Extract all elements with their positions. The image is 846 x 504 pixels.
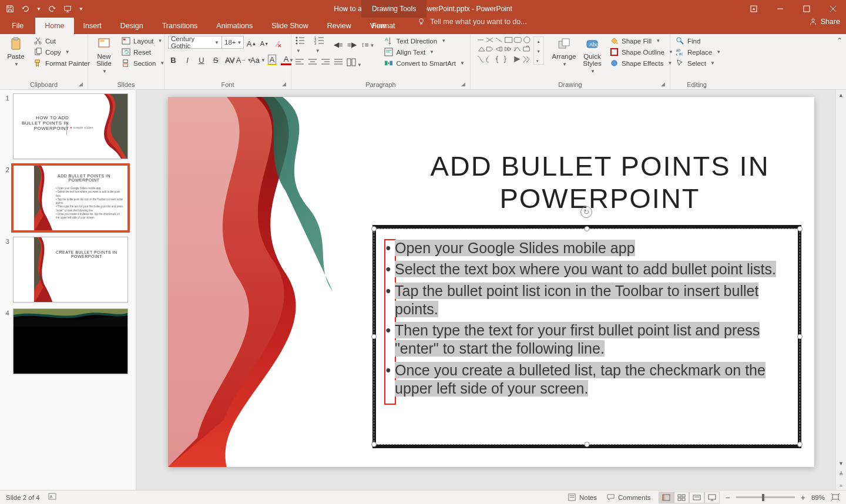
numbering-button[interactable]: 123▼ xyxy=(314,36,329,53)
slide-sorter-button[interactable] xyxy=(674,492,689,503)
undo-icon[interactable] xyxy=(21,5,29,13)
resize-handle[interactable] xyxy=(797,334,803,340)
change-case-button[interactable]: Aa▼ xyxy=(253,55,263,65)
resize-handle[interactable] xyxy=(585,226,590,231)
font-size-combo[interactable]: 18+▼ xyxy=(221,36,244,49)
scroll-up-icon[interactable]: ▲ xyxy=(836,90,846,100)
shadow-button[interactable]: AV xyxy=(224,55,235,65)
zoom-slider[interactable] xyxy=(736,496,795,498)
ribbon-display-options-icon[interactable] xyxy=(740,0,767,18)
new-slide-button[interactable]: New Slide▼ xyxy=(92,36,116,75)
drawing-dialog-launcher[interactable]: ◢ xyxy=(661,81,665,87)
slide-thumbnail-2[interactable]: ADD BULLET POINTS IN POWERPOINT • Open y… xyxy=(13,165,128,231)
tab-transitions[interactable]: Transitions xyxy=(153,18,207,34)
spell-check-icon[interactable] xyxy=(48,493,58,502)
tab-insert[interactable]: Insert xyxy=(74,18,111,34)
align-right-icon[interactable] xyxy=(321,58,330,68)
increase-indent-icon[interactable]: ≡▶ xyxy=(347,41,357,49)
section-button[interactable]: Section▼ xyxy=(120,58,166,68)
strike-button[interactable]: S xyxy=(210,55,221,65)
paste-button[interactable]: Paste▼ xyxy=(4,36,28,68)
shape-effects-button[interactable]: Shape Effects▼ xyxy=(608,58,675,68)
font-highlight-button[interactable]: A xyxy=(267,55,277,65)
tab-review[interactable]: Review xyxy=(318,18,361,34)
slide-counter[interactable]: Slide 2 of 4 xyxy=(6,494,40,501)
char-spacing-button[interactable]: A↔▼ xyxy=(239,55,249,65)
share-button[interactable]: Share xyxy=(809,18,840,26)
minimize-button[interactable] xyxy=(767,0,793,18)
zoom-out-button[interactable]: − xyxy=(726,493,730,502)
notes-button[interactable]: Notes xyxy=(566,492,599,502)
italic-button[interactable]: I xyxy=(182,55,193,65)
decrease-indent-icon[interactable]: ◀≡ xyxy=(334,41,343,49)
convert-smartart-button[interactable]: Convert to SmartArt▼ xyxy=(382,58,466,68)
replace-button[interactable]: abacReplace▼ xyxy=(674,47,723,57)
tab-animations[interactable]: Animations xyxy=(207,18,262,34)
comments-button[interactable]: Comments xyxy=(605,492,653,502)
normal-view-button[interactable] xyxy=(659,492,674,503)
zoom-level[interactable]: 89% xyxy=(811,494,825,501)
underline-button[interactable]: U xyxy=(196,55,207,65)
start-slideshow-icon[interactable] xyxy=(63,5,72,13)
resize-handle[interactable] xyxy=(797,226,803,231)
align-center-icon[interactable] xyxy=(308,58,317,68)
align-left-icon[interactable] xyxy=(295,58,304,68)
align-text-button[interactable]: Align Text▼ xyxy=(382,47,466,57)
find-button[interactable]: Find xyxy=(674,36,723,46)
bullets-button[interactable]: ▼ xyxy=(295,36,310,53)
tell-me-input[interactable] xyxy=(430,18,548,26)
tab-file[interactable]: File xyxy=(0,18,35,34)
next-slide-icon[interactable]: ⩡ xyxy=(836,479,846,490)
line-spacing-icon[interactable]: ↕≡▼ xyxy=(361,41,374,48)
zoom-in-button[interactable]: + xyxy=(801,493,805,502)
content-text-box[interactable]: •Open your Google Slides mobile app •Sel… xyxy=(372,225,801,448)
resize-handle[interactable] xyxy=(797,442,803,447)
arrange-button[interactable]: Arrange▼ xyxy=(552,36,576,68)
bold-button[interactable]: B xyxy=(168,55,179,65)
tell-me-search[interactable] xyxy=(417,18,548,26)
font-name-combo[interactable]: Century Gothic▼ xyxy=(168,36,222,49)
font-color-button[interactable]: A▼ xyxy=(281,55,291,65)
shape-outline-button[interactable]: Shape Outline▼ xyxy=(608,47,675,57)
slide-thumbnail-1[interactable]: HOW TO ADD BULLET POINTS IN POWERPOINT ●… xyxy=(13,93,128,159)
resize-handle[interactable] xyxy=(371,334,377,340)
shape-gallery[interactable]: {} ▲▼▾ xyxy=(474,36,548,68)
resize-handle[interactable] xyxy=(371,442,377,447)
paragraph-dialog-launcher[interactable]: ◢ xyxy=(461,81,465,87)
quick-styles-button[interactable]: Abc Quick Styles▼ xyxy=(580,36,605,75)
rotation-handle[interactable] xyxy=(580,206,592,218)
slide-title-text[interactable]: ADD BULLET POINTS IN POWERPOINT xyxy=(421,150,779,214)
prev-slide-icon[interactable]: ≜ xyxy=(836,469,846,479)
layout-button[interactable]: Layout▼ xyxy=(120,36,166,46)
qat-customize-icon[interactable]: ▼ xyxy=(79,6,83,12)
tab-slide-show[interactable]: Slide Show xyxy=(262,18,318,34)
cut-button[interactable]: Cut xyxy=(32,36,92,46)
redo-icon[interactable] xyxy=(48,5,56,13)
tab-format[interactable]: Format xyxy=(361,18,406,34)
columns-icon[interactable]: ▼ xyxy=(347,58,362,68)
fit-to-window-button[interactable] xyxy=(831,493,840,502)
justify-icon[interactable] xyxy=(334,58,343,68)
slide-thumbnail-3[interactable]: CREATE BULLET POINTS IN POWERPOINT xyxy=(13,237,128,303)
reading-view-button[interactable] xyxy=(689,492,704,503)
slide-canvas-area[interactable]: ADD BULLET POINTS IN POWERPOINT •Open xyxy=(136,90,846,490)
resize-handle[interactable] xyxy=(371,226,377,231)
increase-font-icon[interactable]: A▲ xyxy=(246,38,257,49)
text-direction-button[interactable]: AText Direction▼ xyxy=(382,36,466,46)
maximize-button[interactable] xyxy=(793,0,820,18)
shape-fill-button[interactable]: Shape Fill▼ xyxy=(608,36,675,46)
font-dialog-launcher[interactable]: ◢ xyxy=(282,81,286,87)
reset-button[interactable]: Reset xyxy=(120,47,166,57)
bullet-list[interactable]: •Open your Google Slides mobile app •Sel… xyxy=(382,239,792,401)
save-icon[interactable] xyxy=(6,5,14,13)
clipboard-dialog-launcher[interactable]: ◢ xyxy=(79,81,83,87)
collapse-ribbon-icon[interactable]: ⌃ xyxy=(837,36,842,45)
undo-dropdown-icon[interactable]: ▼ xyxy=(36,6,41,12)
tab-home[interactable]: Home xyxy=(35,18,73,34)
resize-handle[interactable] xyxy=(585,442,590,447)
close-button[interactable] xyxy=(820,0,846,18)
select-button[interactable]: Select▼ xyxy=(674,58,723,68)
tab-design[interactable]: Design xyxy=(111,18,153,34)
decrease-font-icon[interactable]: A▼ xyxy=(259,38,270,49)
copy-button[interactable]: Copy▼ xyxy=(32,47,92,57)
